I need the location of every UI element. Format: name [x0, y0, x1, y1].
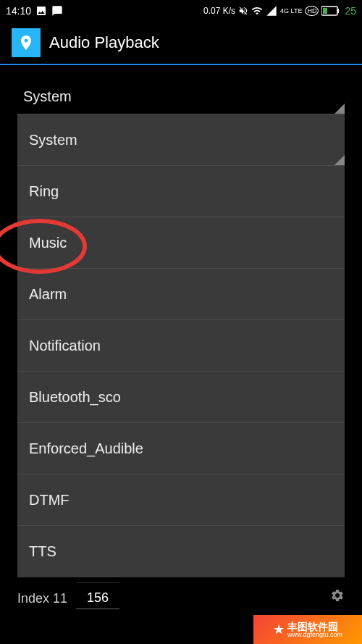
message-icon	[51, 5, 63, 17]
svg-rect-1	[337, 9, 339, 13]
app-icon	[12, 28, 41, 57]
data-rate: 0.07 K/s	[203, 6, 235, 16]
dropdown-item-label: TTS	[29, 543, 56, 560]
dropdown-menu: System Ring Music Alarm Notification Blu…	[17, 114, 345, 577]
dropdown-item-label: Bluetooth_sco	[29, 389, 121, 406]
watermark: ★ 丰图软件园 www.dgfengtu.com	[253, 615, 362, 644]
battery-icon	[321, 6, 340, 16]
dropdown-item-label: Music	[29, 235, 67, 251]
dropdown-indicator-icon	[334, 104, 345, 114]
dropdown-item-system[interactable]: System	[17, 114, 345, 166]
index-row: Index 11	[17, 587, 119, 609]
signal-icon	[266, 5, 277, 17]
dropdown-item-ring[interactable]: Ring	[17, 166, 345, 217]
status-left: 14:10	[6, 5, 63, 17]
settings-icon[interactable]	[330, 588, 345, 606]
dropdown-item-dtmf[interactable]: DTMF	[17, 474, 345, 526]
dropdown-indicator-icon	[334, 155, 345, 165]
dropdown-item-label: DTMF	[29, 492, 70, 509]
hd-label: HD	[305, 6, 319, 16]
battery-percent: 25	[345, 5, 356, 17]
status-right: 0.07 K/s 4G LTE HD 25	[203, 5, 356, 17]
star-icon: ★	[273, 622, 285, 637]
dropdown-item-notification[interactable]: Notification	[17, 320, 345, 372]
dropdown-item-bluetooth-sco[interactable]: Bluetooth_sco	[17, 372, 345, 423]
content-area: System System Ring Music Alarm Notificat…	[0, 65, 362, 114]
network-label: 4G LTE	[280, 8, 302, 14]
dropdown-item-music[interactable]: Music	[17, 217, 345, 269]
status-bar: 14:10 0.07 K/s 4G LTE HD 25	[0, 0, 362, 22]
spinner-value: System	[23, 88, 72, 105]
dropdown-item-label: System	[29, 132, 77, 149]
dropdown-item-enforced-audible[interactable]: Enforced_Audible	[17, 423, 345, 474]
wifi-icon	[251, 5, 263, 17]
dropdown-item-alarm[interactable]: Alarm	[17, 269, 345, 320]
dropdown-item-label: Alarm	[29, 286, 67, 303]
dropdown-item-label: Enforced_Audible	[29, 440, 143, 457]
index-label: Index 11	[17, 591, 67, 606]
image-icon	[35, 5, 47, 17]
dropdown-item-tts[interactable]: TTS	[17, 526, 345, 577]
stream-type-spinner[interactable]: System	[17, 80, 345, 114]
app-header: Audio Playback	[0, 22, 362, 65]
index-input[interactable]	[76, 587, 119, 609]
mute-icon	[238, 6, 248, 16]
svg-rect-2	[323, 8, 327, 14]
status-time: 14:10	[6, 5, 31, 17]
dropdown-item-label: Notification	[29, 338, 101, 354]
watermark-main: 丰图软件园	[287, 622, 342, 632]
watermark-sub: www.dgfengtu.com	[287, 632, 342, 638]
dropdown-item-label: Ring	[29, 183, 59, 200]
page-title: Audio Playback	[49, 33, 159, 52]
